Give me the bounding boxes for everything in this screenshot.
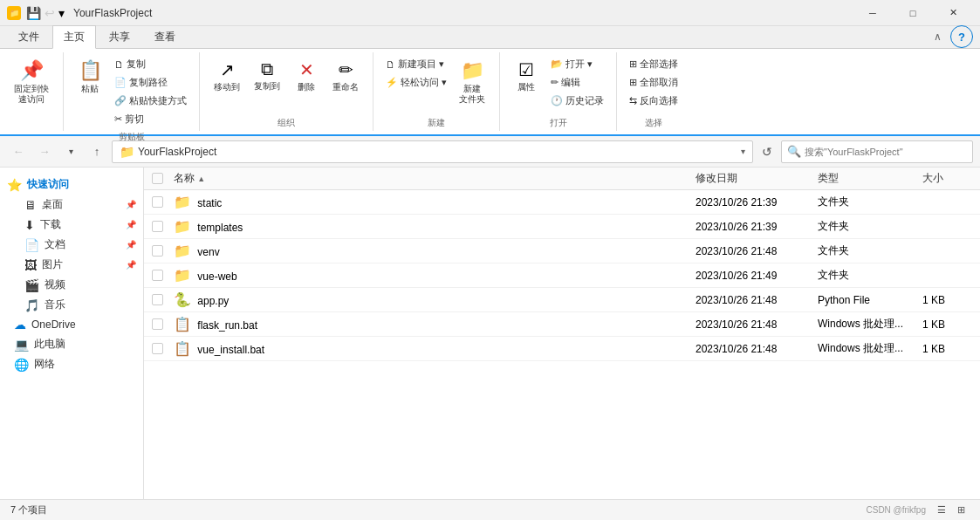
edit-button[interactable]: ✏编辑 <box>547 74 607 91</box>
paste-button[interactable]: 📋 粘贴 <box>72 56 107 98</box>
customize-qa-icon[interactable]: ▾ <box>58 6 65 20</box>
search-input[interactable] <box>805 147 967 157</box>
quick-access-bar: 💾 ↩ ▾ <box>26 6 65 20</box>
file-row[interactable]: 📁 vue-web 2023/10/26 21:49 文件夹 <box>144 263 980 288</box>
row-check-vueweb <box>144 270 170 281</box>
tab-home[interactable]: 主页 <box>52 25 96 49</box>
open-button[interactable]: 📂打开 ▾ <box>547 56 607 72</box>
history-icon: 🕐 <box>551 95 563 106</box>
select-none-icon: ⊞ <box>629 77 637 88</box>
copy-to-button[interactable]: ⧉ 复制到 <box>249 56 285 95</box>
sidebar-item-onedrive[interactable]: ☁ OneDrive <box>0 315 143 334</box>
new-folder-icon: 📁 <box>461 59 484 82</box>
file-date-vueweb: 2023/10/26 21:49 <box>692 270 814 282</box>
ribbon-group-pin: 📌 固定到快速访问 <box>0 52 64 131</box>
cut-icon: ✂ <box>114 113 122 125</box>
file-row[interactable]: 📋 flask_run.bat 2023/10/26 21:48 Windows… <box>144 312 980 337</box>
col-header-type[interactable]: 类型 <box>814 171 919 186</box>
file-name-vueweb: 📁 vue-web <box>170 267 692 284</box>
desktop-icon: 🖥 <box>24 198 37 212</box>
copy-path-button[interactable]: 📄复制路径 <box>111 74 190 91</box>
move-to-button[interactable]: ↗ 移动到 <box>209 56 245 96</box>
address-dropdown-button[interactable]: ▾ <box>741 147 745 156</box>
downloads-icon: ⬇ <box>24 218 35 232</box>
ribbon-expand-button[interactable]: ∧ <box>929 29 947 44</box>
file-row[interactable]: 📁 static 2023/10/26 21:39 文件夹 <box>144 190 980 215</box>
row-check-venv <box>144 245 170 257</box>
file-row[interactable]: 📁 venv 2023/10/26 21:48 文件夹 <box>144 239 980 263</box>
file-row[interactable]: 📁 templates 2023/10/26 21:39 文件夹 <box>144 215 980 239</box>
file-row[interactable]: 📋 vue_install.bat 2023/10/26 21:48 Windo… <box>144 337 980 361</box>
organize-group-label: 组织 <box>278 117 295 129</box>
list-view-button[interactable]: ☰ <box>933 502 950 519</box>
window-icon: 📁 <box>7 6 21 20</box>
sidebar-item-desktop[interactable]: 🖥 桌面 📌 <box>0 195 143 215</box>
sidebar-item-this-pc[interactable]: 💻 此电脑 <box>0 334 143 354</box>
music-icon: 🎵 <box>24 298 39 312</box>
sidebar-item-documents[interactable]: 📄 文档 📌 <box>0 235 143 255</box>
recent-locations-button[interactable]: ▾ <box>59 140 82 163</box>
col-header-name[interactable]: 名称 ▲ <box>170 171 692 186</box>
history-button[interactable]: 🕐历史记录 <box>547 92 607 109</box>
col-header-date[interactable]: 修改日期 <box>692 171 814 186</box>
address-path[interactable]: 📁 YourFlaskProject ▾ <box>112 140 753 163</box>
folder-icon-vueweb: 📁 <box>174 268 191 283</box>
file-name-apppy: 🐍 app.py <box>170 291 692 308</box>
sidebar-item-downloads[interactable]: ⬇ 下载 📌 <box>0 215 143 235</box>
sidebar-item-network[interactable]: 🌐 网络 <box>0 354 143 374</box>
move-icon: ↗ <box>220 59 235 80</box>
ribbon-tabs: 文件 主页 共享 查看 ∧ ? <box>0 26 980 49</box>
ribbon-group-new: 🗋新建项目 ▾ ⚡轻松访问 ▾ 📁 新建文件夹 新建 <box>373 52 500 131</box>
easy-access-button[interactable]: ⚡轻松访问 ▾ <box>382 74 450 91</box>
invert-selection-button[interactable]: ⇆反向选择 <box>626 92 682 109</box>
new-group-label: 新建 <box>428 117 445 129</box>
back-button[interactable]: ← <box>7 140 30 163</box>
grid-view-button[interactable]: ⊞ <box>952 502 970 519</box>
tab-view[interactable]: 查看 <box>143 25 187 48</box>
sidebar-item-quick-access[interactable]: ⭐ 快速访问 <box>0 174 143 195</box>
tab-share[interactable]: 共享 <box>98 25 141 48</box>
new-folder-button[interactable]: 📁 新建文件夹 <box>454 56 490 108</box>
select-all-icon: ⊞ <box>629 58 637 70</box>
file-type-vueweb: 文件夹 <box>814 268 919 283</box>
sidebar-item-music[interactable]: 🎵 音乐 <box>0 295 143 315</box>
easy-access-icon: ⚡ <box>386 77 398 88</box>
search-box: 🔍 <box>781 140 973 163</box>
minimize-button[interactable]: ─ <box>853 0 893 26</box>
paste-icon: 📋 <box>79 59 102 82</box>
downloads-pin-icon: 📌 <box>126 220 136 229</box>
pictures-icon: 🖼 <box>24 258 37 272</box>
delete-button[interactable]: ✕ 删除 <box>289 56 324 96</box>
invert-icon: ⇆ <box>629 95 637 106</box>
python-file-icon: 🐍 <box>174 292 191 307</box>
new-item-button[interactable]: 🗋新建项目 ▾ <box>382 56 450 72</box>
forward-button[interactable]: → <box>33 140 56 163</box>
paste-shortcut-button[interactable]: 🔗粘贴快捷方式 <box>111 92 190 109</box>
select-none-button[interactable]: ⊞全部取消 <box>626 74 682 91</box>
sidebar-item-pictures[interactable]: 🖼 图片 📌 <box>0 255 143 275</box>
pin-to-quick-access-button[interactable]: 📌 固定到快速访问 <box>9 56 54 108</box>
cut-button[interactable]: ✂剪切 <box>111 111 190 127</box>
rename-button[interactable]: ✏ 重命名 <box>327 56 364 96</box>
file-name-templates: 📁 templates <box>170 218 692 235</box>
col-header-size[interactable]: 大小 <box>919 171 980 186</box>
maximize-button[interactable]: □ <box>893 0 933 26</box>
file-row[interactable]: 🐍 app.py 2023/10/26 21:48 Python File 1 … <box>144 288 980 312</box>
save-icon[interactable]: 💾 <box>26 6 41 20</box>
properties-button[interactable]: ☑ 属性 <box>509 56 544 96</box>
file-date-templates: 2023/10/26 21:39 <box>692 221 814 233</box>
undo-icon[interactable]: ↩ <box>45 6 55 20</box>
documents-icon: 📄 <box>24 238 39 252</box>
refresh-button[interactable]: ↺ <box>757 142 778 161</box>
up-button[interactable]: ↑ <box>86 140 108 163</box>
help-button[interactable]: ? <box>950 25 973 48</box>
tab-file[interactable]: 文件 <box>7 25 51 48</box>
sidebar-item-videos[interactable]: 🎬 视频 <box>0 275 143 295</box>
close-button[interactable]: ✕ <box>933 0 973 26</box>
copy-icon: 🗋 <box>114 59 124 70</box>
copy-button[interactable]: 🗋复制 <box>111 56 190 72</box>
select-all-button[interactable]: ⊞全部选择 <box>626 56 682 72</box>
file-type-static: 文件夹 <box>814 195 919 209</box>
copy-to-icon: ⧉ <box>261 59 273 79</box>
select-all-checkbox[interactable] <box>152 173 163 184</box>
